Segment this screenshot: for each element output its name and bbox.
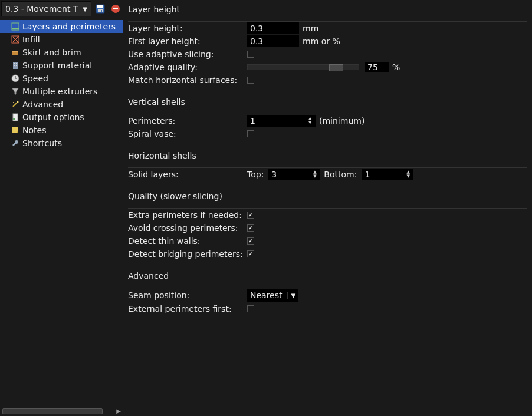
solid-layers-label: Solid layers: [128,170,244,179]
box-icon [11,48,20,57]
bridging-perimeters-checkbox[interactable] [247,250,254,257]
sidebar-item-label: Notes [22,126,46,135]
external-perimeters-label: External perimeters first: [128,304,244,313]
group-quality: Extra perimeters if needed: Avoid crossi… [128,208,527,260]
sidebar-item-notes[interactable]: Notes [0,124,123,137]
group-title-vertical-shells: Vertical shells [128,95,527,110]
sidebar-item-extruders[interactable]: Multiple extruders [0,85,123,98]
thin-walls-checkbox[interactable] [247,237,254,245]
sidebar-horizontal-scrollbar[interactable]: ▶ [1,407,122,415]
sidebar-item-shortcuts[interactable]: Shortcuts [0,137,123,150]
first-layer-height-input[interactable] [247,35,299,47]
unit-percent: % [392,62,400,72]
adaptive-slicing-label: Use adaptive slicing: [128,49,244,59]
svg-rect-8 [12,27,19,27]
svg-point-26 [13,102,14,103]
adaptive-quality-slider[interactable] [247,64,359,70]
top-label: Top: [247,170,264,179]
group-title-horizontal-shells: Horizontal shells [128,148,527,164]
sidebar-item-output[interactable]: Output options [0,111,123,124]
svg-point-25 [17,101,19,103]
match-horizontal-label: Match horizontal surfaces: [128,75,244,85]
external-perimeters-checkbox[interactable] [247,305,254,312]
chevron-right-icon: ▶ [116,408,121,414]
layer-height-label: Layer height: [128,24,244,33]
slider-thumb[interactable] [329,64,343,71]
perimeters-spinner[interactable]: ▲▼ [247,115,316,127]
settings-panel: Layer height Layer height: mm First laye… [123,0,532,416]
group-title-layer-height: Layer height [128,2,527,18]
group-title-advanced: Advanced [128,269,527,284]
floppy-icon [96,4,105,14]
sidebar-item-label: Advanced [22,100,63,109]
unit-mm-or-pct: mm or % [303,37,340,46]
scrollbar-thumb[interactable] [2,408,103,414]
perimeters-input[interactable] [247,115,316,127]
adaptive-quality-input[interactable] [365,62,389,72]
group-horizontal-shells: Solid layers: Top: ▲▼ Bottom: ▲▼ [128,167,527,181]
extra-perimeters-checkbox[interactable] [247,212,254,219]
top-input[interactable] [268,169,320,180]
note-icon [11,126,20,135]
infill-icon [11,35,20,44]
funnel-icon [11,87,20,96]
group-vertical-shells: Perimeters: ▲▼ (minimum) Spiral vase: [128,114,527,140]
sidebar-item-advanced[interactable]: Advanced [0,98,123,111]
profile-name: 0.3 - Movement T [5,4,78,14]
group-advanced: Seam position: Nearest ▼ External perime… [128,288,527,315]
bottom-label: Bottom: [324,170,357,179]
sidebar-item-speed[interactable]: Speed [0,72,123,85]
minus-circle-icon [111,4,120,14]
svg-rect-18 [14,65,15,66]
svg-rect-1 [97,5,103,8]
extra-perimeters-label: Extra perimeters if needed: [128,210,244,220]
profile-selector[interactable]: 0.3 - Movement T ▼ [1,1,91,16]
sidebar-item-label: Output options [22,113,84,122]
bottom-spinner[interactable]: ▲▼ [362,169,413,180]
delete-button[interactable] [109,2,122,15]
svg-rect-3 [101,10,102,12]
page-icon [11,113,20,122]
sidebar-item-support[interactable]: Support material [0,59,123,72]
seam-position-label: Seam position: [128,290,244,300]
top-spinner[interactable]: ▲▼ [268,169,320,180]
svg-rect-16 [14,63,15,64]
sidebar-item-label: Layers and perimeters [22,22,116,31]
adaptive-slicing-checkbox[interactable] [247,51,254,58]
first-layer-height-label: First layer height: [128,37,244,46]
svg-rect-5 [113,8,118,9]
layers-icon [11,22,20,31]
unit-mm: mm [303,24,318,33]
avoid-crossing-checkbox[interactable] [247,224,254,232]
chevron-down-icon: ▼ [83,6,87,12]
settings-tree: Layers and perimeters Infill Skirt and b… [0,18,123,407]
layer-height-input[interactable] [247,22,299,34]
thin-walls-label: Detect thin walls: [128,236,244,246]
spiral-vase-checkbox[interactable] [247,130,254,137]
sidebar-item-label: Infill [22,35,40,44]
svg-rect-17 [16,63,17,64]
sidebar-item-label: Speed [22,74,48,83]
avoid-crossing-label: Avoid crossing perimeters: [128,223,244,233]
wand-icon [11,100,20,109]
sidebar-item-skirt[interactable]: Skirt and brim [0,46,123,59]
perimeters-label: Perimeters: [128,116,244,126]
group-layer-height: Layer height: mm First layer height: mm … [128,21,527,87]
bottom-input[interactable] [362,169,413,180]
chevron-down-icon: ▼ [287,292,296,299]
save-button[interactable] [94,2,107,15]
svg-marker-23 [12,88,18,94]
perimeters-note: (minimum) [319,116,364,126]
match-horizontal-checkbox[interactable] [247,77,254,84]
svg-rect-9 [12,28,19,29]
svg-rect-7 [12,25,19,25]
wrench-icon [11,138,20,148]
sidebar-item-infill[interactable]: Infill [0,33,123,46]
sidebar-item-layers[interactable]: Layers and perimeters [0,20,123,33]
clock-icon [11,74,20,83]
sidebar-item-label: Multiple extruders [22,87,97,96]
svg-rect-19 [16,65,17,66]
building-icon [11,61,20,70]
group-title-quality: Quality (slower slicing) [128,189,527,204]
seam-position-dropdown[interactable]: Nearest ▼ [247,289,298,302]
